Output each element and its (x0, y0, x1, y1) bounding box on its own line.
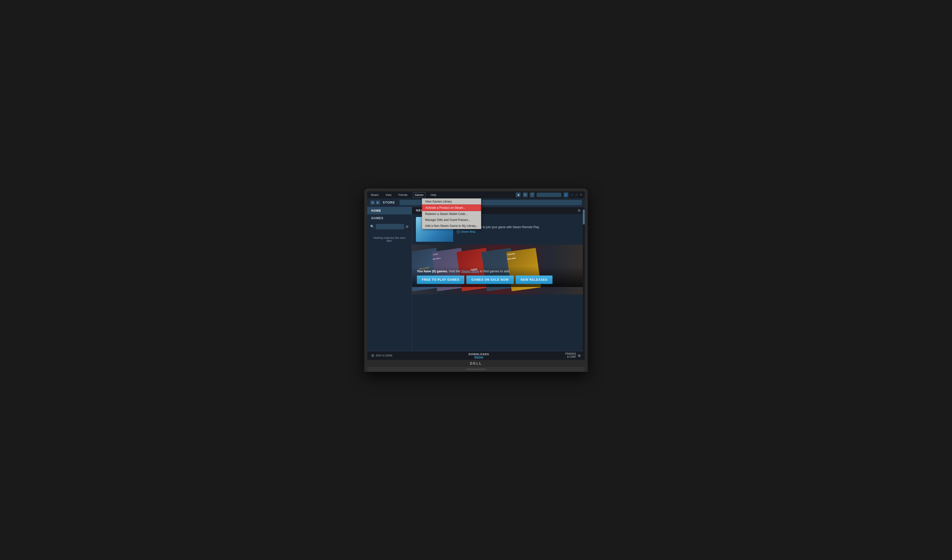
sidebar: HOME GAMES 🔍 ⚙ Nothing matches this view… (367, 207, 412, 351)
title-bar-left: Steam View Friends Games Help (369, 192, 438, 197)
sidebar-search: 🔍 ⚙ (367, 222, 412, 231)
tb-icon-help[interactable]: ? (530, 192, 535, 197)
dropdown-item-add-non-steam[interactable]: Add a Non-Steam Game to My Library... (422, 223, 481, 229)
no-games-message: Nothing matches this view filter. (367, 231, 412, 247)
maximize-button[interactable]: □ (575, 193, 578, 197)
banner-text: You have (0) games. Visit the Steam Stor… (412, 266, 585, 287)
nav-store-title: STORE (383, 201, 395, 204)
menu-friends[interactable]: Friends (397, 192, 409, 197)
menu-games[interactable]: Games (413, 192, 425, 197)
banner-cta-end: to find games to add: (480, 269, 510, 273)
sidebar-item-home[interactable]: HOME (367, 207, 412, 214)
games-banner-bg: FALLOUT4 GARDBETWELL GRIS PIRATESOUTLAWS (412, 245, 585, 295)
downloads-label: DOWNLOADS (468, 353, 489, 356)
sidebar-item-games[interactable]: GAMES (367, 214, 412, 222)
blog-source-label[interactable]: Steam Blog (461, 230, 475, 233)
games-banner: FALLOUT4 GARDBETWELL GRIS PIRATESOUTLAWS (412, 245, 585, 295)
nav-arrows: ◀ ▶ (370, 200, 380, 205)
friends-label: FRIENDS& CHAT (565, 352, 576, 358)
title-bar-right: ◀ ✉ ? 👤 — □ ✕ (516, 192, 583, 197)
downloads-section[interactable]: DOWNLOADS Manage (468, 353, 489, 358)
games-dropdown-menu[interactable]: View Games Library Activate a Product on… (422, 198, 481, 229)
menu-help[interactable]: Help (429, 192, 438, 197)
add-game-label: ADD A GAME (376, 354, 393, 357)
forward-arrow[interactable]: ▶ (376, 200, 380, 205)
sidebar-nav: HOME GAMES (367, 207, 412, 222)
menu-steam[interactable]: Steam (369, 192, 380, 197)
laptop-notch (466, 369, 486, 370)
banner-buttons: FREE TO PLAY GAMES GAMES ON SALE NOW NEW… (417, 276, 580, 284)
minimize-button[interactable]: — (570, 193, 574, 197)
friends-add-icon: ⊕ (578, 353, 581, 358)
scroll-thumb[interactable] (583, 210, 585, 224)
tb-search-input[interactable] (536, 193, 561, 197)
tb-icon-mail[interactable]: ✉ (523, 192, 528, 197)
blog-source[interactable]: S Steam Blog (457, 230, 539, 233)
dell-logo: DELL (367, 360, 585, 367)
tb-icon-back[interactable]: ◀ (516, 192, 521, 197)
close-button[interactable]: ✕ (579, 193, 583, 197)
menu-view[interactable]: View (384, 192, 393, 197)
dropdown-item-activate[interactable]: Activate a Product on Steam... (422, 205, 481, 211)
banner-cta: Visit the (449, 269, 461, 273)
scrollbar[interactable] (583, 207, 585, 351)
dropdown-item-view-library[interactable]: View Games Library (422, 199, 481, 205)
store-gear-icon[interactable]: ⚙ (578, 208, 581, 213)
dropdown-item-manage-gifts[interactable]: Manage Gifts and Guest Passes... (422, 217, 481, 223)
games-on-sale-button[interactable]: GAMES ON SALE NOW (466, 276, 513, 284)
banner-game-count: You have (0) games. (417, 269, 448, 273)
add-game-button[interactable]: ⊞ ADD A GAME (371, 353, 393, 358)
friends-chat-button[interactable]: FRIENDS& CHAT ⊕ (565, 352, 581, 358)
steam-store-link[interactable]: Steam Store (461, 269, 479, 273)
laptop-frame: Steam View Friends Games Help ◀ ✉ ? 👤 — … (364, 188, 588, 372)
new-releases-button[interactable]: NEW RELEASES (516, 276, 552, 284)
filter-icon[interactable]: ⚙ (405, 225, 409, 228)
dropdown-item-redeem[interactable]: Redeem a Steam Wallet Code... (422, 211, 481, 217)
laptop-base (367, 367, 585, 372)
laptop-screen: Steam View Friends Games Help ◀ ✉ ? 👤 — … (367, 191, 585, 360)
steam-icon: S (457, 230, 460, 233)
downloads-manage-link[interactable]: Manage (474, 356, 483, 358)
search-icon: 🔍 (370, 225, 374, 228)
add-game-icon: ⊞ (371, 353, 374, 358)
window-controls: — □ ✕ (570, 193, 583, 197)
free-to-play-button[interactable]: FREE TO PLAY GAMES (417, 276, 464, 284)
title-bar: Steam View Friends Games Help ◀ ✉ ? 👤 — … (367, 191, 585, 198)
tb-icon-profile[interactable]: 👤 (563, 192, 569, 197)
sidebar-search-input[interactable] (376, 224, 404, 229)
banner-message: You have (0) games. Visit the Steam Stor… (417, 269, 580, 273)
footer: ⊞ ADD A GAME DOWNLOADS Manage FRIENDS& C… (367, 351, 585, 360)
back-arrow[interactable]: ◀ (370, 200, 375, 205)
